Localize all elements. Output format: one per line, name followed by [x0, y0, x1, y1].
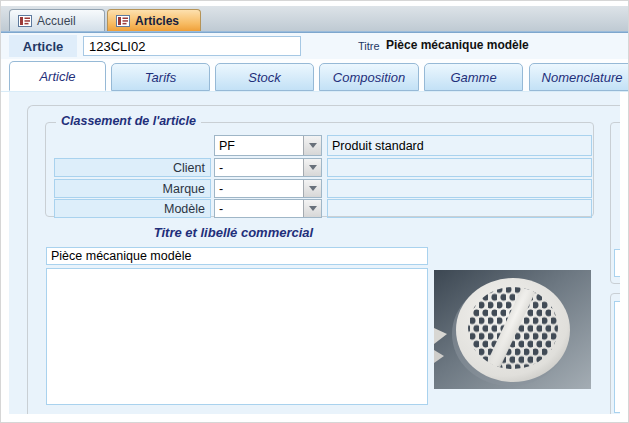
titre-value: Pièce mécanique modèle [386, 38, 529, 52]
article-code-input[interactable]: 123CLI02 [83, 36, 301, 56]
form-icon [116, 15, 130, 27]
tab-composition[interactable]: Composition [319, 63, 419, 91]
classement-row-marque: Marque - [46, 179, 593, 198]
doc-tab-accueil[interactable]: Accueil [9, 9, 105, 31]
type-combobox-button[interactable] [303, 136, 321, 155]
right-groupbox-lower [610, 293, 620, 414]
product-photo [434, 270, 591, 389]
article-tab-page: Classement de l'article PF Produit stand… [9, 92, 620, 414]
modele-label: Modèle [54, 199, 211, 218]
tab-composition-label: Composition [333, 70, 405, 85]
titre-label: Titre [358, 40, 380, 52]
client-combobox-button[interactable] [303, 159, 321, 176]
form-tab-strip: Article Tarifs Stock Composition Gamme N… [1, 59, 629, 92]
type-combobox-value: PF [219, 139, 235, 153]
form-icon [18, 15, 32, 27]
record-header: Article 123CLI02 Titre Pièce mécanique m… [1, 33, 629, 59]
marque-label: Marque [54, 179, 211, 198]
tab-tarifs[interactable]: Tarifs [111, 63, 210, 91]
tab-article[interactable]: Article [9, 61, 106, 91]
classement-legend: Classement de l'article [56, 114, 201, 128]
classement-row-modele: Modèle - [46, 199, 593, 218]
commercial-title-input[interactable]: Pièce mécanique modèle [46, 247, 428, 265]
doc-tab-articles[interactable]: Articles [107, 9, 201, 31]
chevron-down-icon [309, 206, 317, 211]
commercial-description-textarea[interactable] [46, 268, 428, 405]
tab-tarifs-label: Tarifs [145, 70, 176, 85]
type-description-field[interactable]: Produit standard [327, 135, 592, 156]
modele-combobox-button[interactable] [303, 200, 321, 217]
client-combobox-value: - [219, 161, 223, 175]
tab-stock-label: Stock [248, 70, 281, 85]
chevron-down-icon [309, 143, 317, 148]
classement-row-client: Client - [46, 158, 593, 177]
application-window: Accueil Articles Article 123CLI02 Titre … [0, 0, 629, 423]
titre-section-heading: Titre et libellé commercial [38, 225, 429, 240]
modele-combobox-value: - [219, 202, 223, 216]
doc-tab-accueil-label: Accueil [37, 14, 76, 28]
modele-description-field[interactable] [327, 199, 592, 218]
tab-gamme[interactable]: Gamme [424, 63, 523, 91]
tab-article-label: Article [39, 69, 75, 84]
type-combobox[interactable]: PF [214, 135, 322, 156]
tab-nomenclature-label: Nomenclature [542, 70, 623, 85]
chevron-down-icon [309, 186, 317, 191]
client-combobox[interactable]: - [214, 158, 322, 177]
marque-description-field[interactable] [327, 179, 592, 198]
tab-stock[interactable]: Stock [215, 63, 314, 91]
document-tab-bar: Accueil Articles [1, 6, 629, 31]
client-description-field[interactable] [327, 158, 592, 177]
marque-combobox[interactable]: - [214, 179, 322, 198]
classement-groupbox: Classement de l'article PF Produit stand… [45, 122, 594, 217]
modele-combobox[interactable]: - [214, 199, 322, 218]
right-upper-field[interactable] [614, 249, 620, 277]
classement-row-type: PF Produit standard [46, 135, 593, 156]
right-lower-field[interactable] [614, 301, 620, 413]
tab-nomenclature[interactable]: Nomenclature [529, 63, 629, 91]
tab-gamme-label: Gamme [450, 70, 496, 85]
client-label: Client [54, 158, 211, 177]
marque-combobox-button[interactable] [303, 180, 321, 197]
marque-combobox-value: - [219, 182, 223, 196]
right-groupbox-upper [610, 122, 620, 284]
chevron-down-icon [309, 165, 317, 170]
doc-tab-articles-label: Articles [135, 14, 179, 28]
article-label: Article [9, 35, 77, 57]
